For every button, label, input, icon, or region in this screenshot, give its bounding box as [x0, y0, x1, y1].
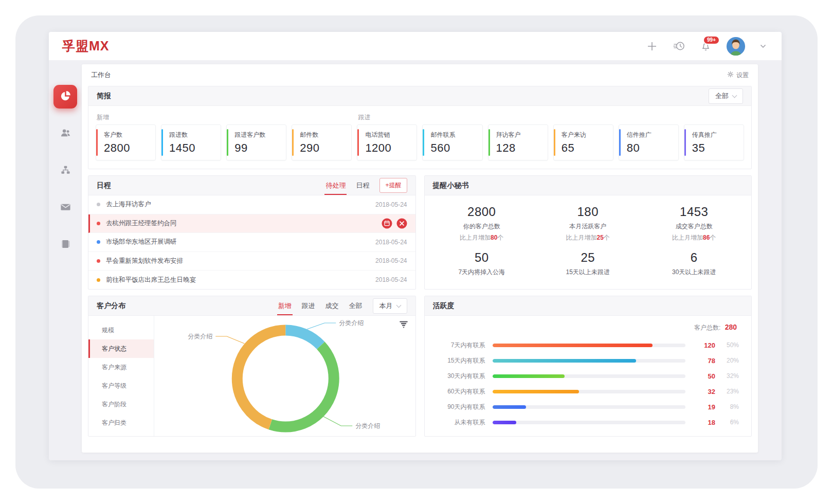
schedule-item[interactable]: 去上海拜访客户2018-05-24 [88, 195, 415, 214]
stat-card[interactable]: 邮件联系560 [422, 124, 482, 160]
secretary-panel: 提醒小秘书 2800你的客户总数比上月增加80个180本月活跃客户比上月增加25… [424, 175, 752, 290]
schedule-tab-1[interactable]: 日程 [356, 176, 369, 195]
activity-bar-track [493, 374, 686, 378]
schedule-item-text: 市场部华东地区开展调研 [106, 238, 375, 246]
distribution-menu-item-3[interactable]: 客户等级 [88, 376, 154, 395]
briefing-filter-dropdown[interactable]: 全部 [709, 88, 743, 104]
stat-card[interactable]: 客户来访65 [553, 124, 613, 160]
notification-badge: 99+ [703, 35, 720, 45]
nav-notebook[interactable] [53, 233, 77, 257]
sitemap-icon [60, 165, 71, 177]
donut-chart: 分类介绍分类介绍分类介绍 [154, 316, 415, 436]
briefing-body: 新增跟进 客户数2800跟进数1450跟进客户数99邮件数290电话营销1200… [88, 106, 751, 169]
schedule-item-dot [97, 222, 100, 225]
stat-card-label: 跟进数 [169, 131, 218, 139]
mail-icon [60, 201, 71, 215]
distribution-tab-1[interactable]: 跟进 [302, 296, 315, 315]
distribution-menu-item-4[interactable]: 客户阶段 [88, 395, 154, 413]
stat-card-label: 邮件联系 [430, 131, 479, 139]
top-bar: 孚盟MX 99+ [49, 32, 782, 60]
schedule-panel: 日程 待处理日程+提醒 去上海拜访客户2018-05-24去杭州跟王经理签约合同… [88, 175, 416, 290]
briefing-cards: 客户数2800跟进数1450跟进客户数99邮件数290电话营销1200邮件联系5… [96, 124, 744, 160]
card-accent-bar [96, 129, 98, 156]
secretary-stats: 2800你的客户总数比上月增加80个180本月活跃客户比上月增加25个1453成… [425, 195, 752, 286]
nav-mail[interactable] [53, 196, 77, 220]
card-accent-bar [423, 129, 424, 156]
secretary-stat-value: 25 [535, 250, 641, 265]
schedule-item[interactable]: 早会重新策划软件发布安排2018-05-24 [88, 252, 415, 271]
distribution-panel: 客户分布 新增跟进成交全部本月 规模客户状态客户来源客户等级客户阶段客户归类 分… [88, 296, 416, 437]
schedule-tab-0[interactable]: 待处理 [325, 176, 346, 195]
gear-icon [727, 71, 734, 79]
activity-bars: 7天内有联系12050%15天内有联系7820%30天内有联系5032%60天内… [433, 337, 739, 430]
history-button[interactable] [673, 40, 685, 52]
user-avatar[interactable] [726, 37, 746, 56]
activity-bar-label: 60天内有联系 [433, 387, 485, 396]
user-menu-caret[interactable] [760, 44, 766, 48]
stat-card[interactable]: 信件推广80 [619, 124, 679, 160]
briefing-panel: 简报 全部 新增跟进 客户数2800跟进数1450跟进客户数99邮件数290电话… [88, 86, 752, 169]
distribution-tab-2[interactable]: 成交 [325, 296, 339, 315]
stat-card[interactable]: 电话营销1200 [357, 124, 417, 160]
activity-bar-percent: 20% [715, 357, 739, 364]
schedule-item-date: 2018-05-24 [375, 239, 407, 246]
schedule-item[interactable]: 前往和平饭店出席王总生日晚宴2018-05-24 [88, 271, 415, 290]
svg-text:分类介绍: 分类介绍 [339, 319, 364, 327]
activity-bar-fill [493, 374, 565, 378]
schedule-item[interactable]: 去杭州跟王经理签约合同 [88, 214, 415, 233]
notifications-button[interactable]: 99+ [700, 40, 712, 52]
activity-panel: 活跃度 客户总数: 280 7天内有联系12050%15天内有联系7820%30… [424, 296, 752, 437]
secretary-stat: 2515天以上未跟进 [535, 247, 641, 281]
stat-card[interactable]: 客户数2800 [96, 124, 156, 160]
close-circle-icon[interactable] [396, 218, 407, 229]
stat-card[interactable]: 邮件数290 [292, 124, 352, 160]
nav-customers[interactable] [53, 122, 77, 146]
stat-card[interactable]: 跟进数1450 [161, 124, 221, 160]
chevron-down-icon [732, 93, 737, 98]
calendar-circle-icon[interactable] [382, 218, 392, 229]
stat-card[interactable]: 传真推广35 [684, 124, 744, 160]
activity-bar-label: 90天内有联系 [433, 403, 485, 411]
schedule-header: 日程 待处理日程+提醒 [88, 176, 415, 195]
schedule-title: 日程 [97, 181, 111, 190]
secretary-stat-value: 180 [535, 205, 641, 219]
secretary-stat: 180本月活跃客户比上月增加25个 [535, 202, 641, 246]
funnel-icon[interactable] [399, 321, 408, 330]
distribution-tab-3[interactable]: 全部 [349, 296, 363, 315]
secretary-stat-label: 30天以上未跟进 [641, 268, 748, 277]
activity-body: 客户总数: 280 7天内有联系12050%15天内有联系7820%30天内有联… [425, 316, 752, 434]
activity-bar-fill [493, 405, 527, 409]
card-accent-bar [619, 129, 621, 156]
add-reminder-button[interactable]: +提醒 [379, 178, 407, 193]
stat-card-value: 1450 [169, 141, 218, 155]
stat-card-label: 电话营销 [365, 131, 413, 139]
distribution-menu-item-5[interactable]: 客户归类 [88, 413, 154, 432]
activity-bar-fill [493, 390, 580, 393]
secretary-stat-label: 本月活跃客户 [535, 222, 641, 231]
nav-dashboard[interactable] [53, 85, 77, 109]
stat-card[interactable]: 拜访客户128 [488, 124, 548, 160]
secretary-stat-value: 6 [641, 250, 748, 265]
schedule-list: 去上海拜访客户2018-05-24去杭州跟王经理签约合同市场部华东地区开展调研2… [88, 195, 415, 290]
stat-card-label: 客户数 [104, 131, 152, 139]
stat-card[interactable]: 跟进客户数99 [226, 124, 286, 160]
app-body: 工作台 设置 简报 [49, 60, 782, 460]
schedule-item[interactable]: 市场部华东地区开展调研2018-05-24 [88, 233, 415, 252]
schedule-tabs: 待处理日程+提醒 [325, 176, 407, 195]
period-dropdown[interactable]: 本月 [373, 298, 407, 314]
avatar-icon [726, 37, 746, 56]
settings-button[interactable]: 设置 [727, 71, 749, 80]
distribution-menu: 规模客户状态客户来源客户等级客户阶段客户归类 [88, 316, 154, 436]
nav-organization[interactable] [53, 159, 77, 183]
secretary-stat: 1453成交客户总数比上月增加86个 [641, 202, 748, 246]
customer-total-value: 280 [725, 323, 737, 331]
card-accent-bar [227, 129, 228, 156]
activity-bar-row: 7天内有联系12050% [433, 337, 739, 353]
secretary-stat-value: 50 [429, 250, 535, 265]
distribution-menu-item-0[interactable]: 规模 [88, 321, 154, 339]
distribution-tab-0[interactable]: 新增 [278, 296, 292, 315]
add-button[interactable] [646, 40, 658, 52]
schedule-item-text: 去杭州跟王经理签约合同 [106, 219, 382, 228]
distribution-menu-item-2[interactable]: 客户来源 [88, 358, 154, 376]
distribution-menu-item-1[interactable]: 客户状态 [88, 339, 154, 358]
